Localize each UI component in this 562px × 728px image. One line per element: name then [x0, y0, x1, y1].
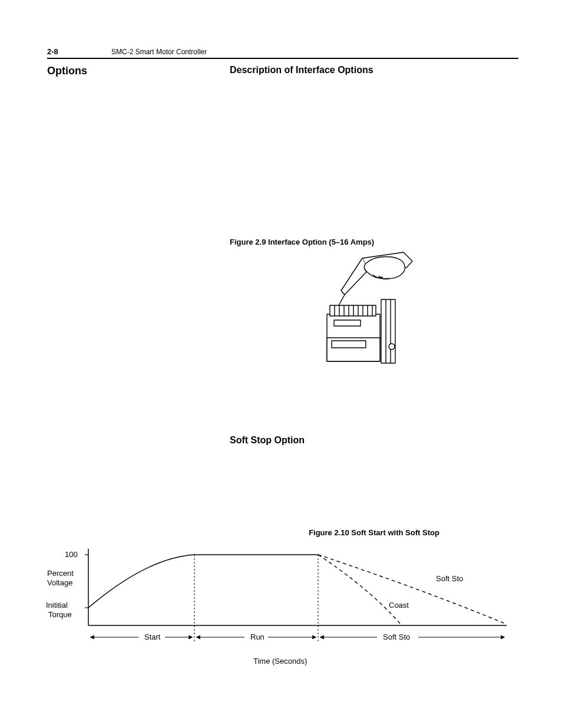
y-tick-init-line1: Inititial: [46, 601, 68, 610]
svg-rect-16: [334, 320, 361, 326]
subsection-title: Description of Interface Options: [230, 65, 518, 75]
y-axis-label-line2: Voltage: [47, 578, 72, 587]
figure-caption-2-9: Figure 2.9 Interface Option (5–16 Amps): [230, 238, 518, 246]
y-tick-init-line2: Torque: [48, 610, 72, 619]
interface-option-device-icon: [303, 246, 445, 376]
svg-point-5: [389, 344, 395, 350]
doc-title: SMC-2 Smart Motor Controller: [111, 48, 207, 56]
svg-rect-6: [330, 305, 376, 316]
svg-rect-17: [332, 341, 366, 348]
series-label-softstop: Soft Sto: [436, 574, 463, 583]
figure-2-10-chart: 100 Percent Voltage Inititial Torque Sof…: [12, 549, 518, 673]
phase-label-start: Start: [144, 633, 161, 641]
y-tick-100: 100: [65, 550, 78, 559]
series-label-coast: Coast: [389, 601, 409, 610]
svg-line-18: [339, 295, 345, 305]
x-axis-label: Time (Seconds): [253, 657, 307, 666]
page-header: 2-8 SMC-2 Smart Motor Controller: [47, 47, 518, 59]
svg-rect-2: [381, 299, 395, 363]
section-title-options: Options: [47, 65, 230, 77]
figure-2-9-illustration: [230, 246, 518, 376]
phase-label-softstop: Soft Sto: [383, 633, 410, 641]
figure-caption-2-10: Figure 2.10 Soft Start with Soft Stop: [230, 528, 518, 537]
soft-stop-title: Soft Stop Option: [230, 435, 518, 446]
page-number: 2-8: [47, 47, 111, 56]
y-axis-label-line1: Percent: [47, 569, 74, 578]
phase-label-run: Run: [250, 633, 265, 641]
